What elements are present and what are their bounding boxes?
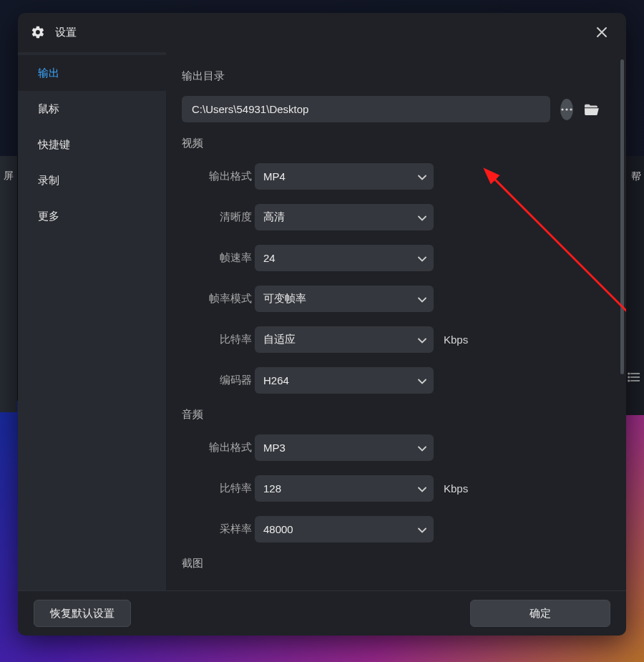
svg-point-6 [561,108,563,110]
svg-point-8 [570,108,572,110]
sidebar-item-more[interactable]: 更多 [18,198,166,234]
settings-scroll[interactable]: 输出目录 C:\Users\54931\Desktop 视频 输出格式 MP4 [166,52,620,590]
audio-bitrate-unit: Kbps [444,482,468,495]
chevron-down-icon [418,293,426,305]
chevron-down-icon [418,334,426,346]
bg-right-hint: 帮 [631,170,641,183]
video-encoder-select[interactable]: H264 [255,367,434,394]
video-format-select[interactable]: MP4 [255,163,434,190]
chevron-down-icon [418,523,426,535]
video-fps-label: 帧速率 [182,251,252,265]
section-title-output-dir: 输出目录 [182,69,599,83]
chevron-down-icon [418,374,426,386]
video-quality-select[interactable]: 高清 [255,204,434,230]
svg-point-7 [565,108,567,110]
ellipsis-icon [561,108,572,111]
video-fpsmode-select[interactable]: 可变帧率 [255,286,434,312]
section-title-video: 视频 [182,137,599,150]
video-bitrate-row: 比特率 自适应 Kbps [182,326,599,353]
sidebar-item-output[interactable]: 输出 [18,55,166,91]
ok-button[interactable]: 确定 [470,600,610,627]
video-bitrate-label: 比特率 [182,333,252,346]
audio-sample-select[interactable]: 48000 [255,516,434,542]
sidebar-item-label: 更多 [38,210,59,223]
settings-sidebar: 输出 鼠标 快捷键 录制 更多 [18,52,166,590]
video-format-label: 输出格式 [182,170,252,183]
svg-point-4 [628,376,630,378]
bg-right-strip: 帮 [624,156,644,415]
reset-defaults-button[interactable]: 恢复默认设置 [34,600,131,627]
close-button[interactable] [590,21,613,44]
chevron-down-icon [418,482,426,495]
output-dir-row: C:\Users\54931\Desktop [182,96,599,122]
video-fpsmode-row: 帧率模式 可变帧率 [182,286,599,312]
chevron-down-icon [418,170,426,182]
video-fpsmode-label: 帧率模式 [182,292,252,306]
video-encoder-label: 编码器 [182,374,252,387]
chevron-down-icon [418,442,426,454]
sidebar-item-hotkey[interactable]: 快捷键 [18,127,166,162]
list-icon [628,372,640,384]
svg-point-5 [628,380,630,381]
chevron-down-icon [418,252,426,264]
dialog-footer: 恢复默认设置 确定 [18,590,626,636]
section-title-audio: 音频 [182,408,599,422]
video-format-row: 输出格式 MP4 [182,163,599,190]
dialog-title: 设置 [55,26,77,39]
more-button[interactable] [560,99,573,120]
close-icon [596,26,608,38]
audio-sample-label: 采样率 [182,522,252,536]
open-folder-button[interactable] [583,99,599,120]
sidebar-item-label: 输出 [38,67,59,80]
section-title-screenshot: 截图 [182,557,599,570]
video-encoder-row: 编码器 H264 [182,367,599,394]
audio-format-label: 输出格式 [182,441,252,454]
audio-sample-row: 采样率 48000 [182,516,599,542]
audio-bitrate-select[interactable]: 128 [255,475,434,502]
audio-format-select[interactable]: MP3 [255,434,434,461]
folder-icon [583,103,599,116]
audio-format-row: 输出格式 MP3 [182,434,599,461]
video-bitrate-select[interactable]: 自适应 [255,326,434,353]
video-fps-row: 帧速率 24 [182,245,599,271]
sidebar-item-record[interactable]: 录制 [18,162,166,198]
settings-dialog: 设置 输出 鼠标 快捷键 录制 更多 输出目录 C:\Users\54931\D… [18,13,626,636]
sidebar-item-mouse[interactable]: 鼠标 [18,91,166,127]
dialog-titlebar: 设置 [18,13,626,52]
video-bitrate-unit: Kbps [444,334,468,346]
audio-bitrate-label: 比特率 [182,482,252,495]
bg-left-hint: 屏 [0,156,17,412]
settings-content: 输出目录 C:\Users\54931\Desktop 视频 输出格式 MP4 [166,52,626,590]
output-dir-input[interactable]: C:\Users\54931\Desktop [182,96,550,122]
video-quality-label: 清晰度 [182,210,252,224]
video-fps-select[interactable]: 24 [255,245,434,271]
sidebar-item-label: 鼠标 [38,102,59,116]
video-quality-row: 清晰度 高清 [182,204,599,230]
content-scrollbar[interactable] [620,59,624,374]
svg-point-3 [628,373,630,374]
chevron-down-icon [418,211,426,223]
dialog-body: 输出 鼠标 快捷键 录制 更多 输出目录 C:\Users\54931\Desk… [18,52,626,590]
gear-icon [31,25,45,39]
sidebar-item-label: 录制 [38,174,59,188]
sidebar-item-label: 快捷键 [38,138,70,152]
audio-bitrate-row: 比特率 128 Kbps [182,475,599,502]
